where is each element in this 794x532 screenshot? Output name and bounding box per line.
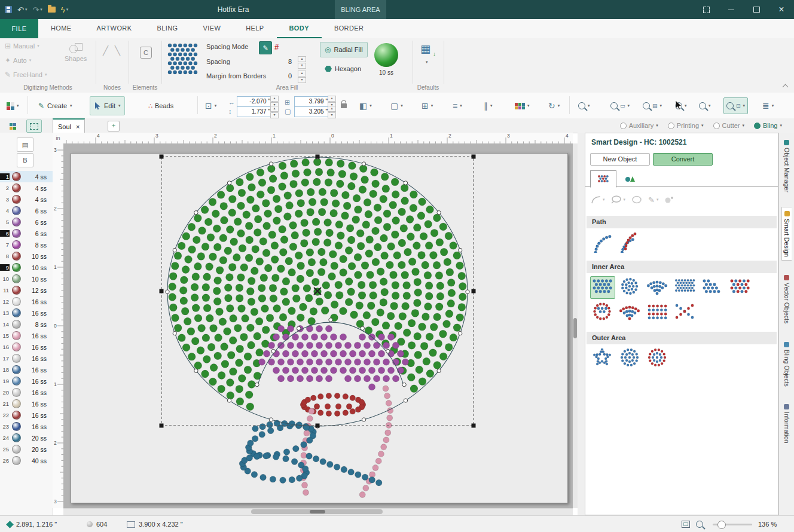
new-object-button[interactable]: New Object — [590, 153, 650, 166]
spacing-spinner[interactable]: ▴▾ — [298, 56, 306, 69]
pattern-colors-button[interactable]: ▾ — [4, 97, 22, 114]
bead-row-14[interactable]: 148 ss — [0, 319, 53, 330]
digitizing-freehand-button[interactable]: ✎FreeHand▾ — [5, 71, 47, 79]
inner-item-dense-grid-fill[interactable] — [673, 276, 698, 299]
open-button[interactable] — [48, 7, 56, 13]
y-position-spinner[interactable]: ▴▾ — [270, 106, 279, 118]
array-button[interactable]: ⊞▾ — [419, 97, 436, 114]
bead-row-15[interactable]: 1516 ss — [0, 330, 53, 341]
ribbon-tab-artwork[interactable]: ARTWORK — [84, 19, 145, 38]
zoom-slider-thumb[interactable] — [717, 521, 726, 529]
lock-aspect-button[interactable] — [341, 102, 347, 109]
bead-size-preview[interactable] — [374, 43, 398, 67]
ribbon-tab-border[interactable]: BORDER — [322, 19, 376, 38]
scene-objects-button[interactable] — [5, 120, 20, 133]
inner-item-contour-fill[interactable] — [618, 276, 643, 299]
loop-tool-button[interactable] — [631, 195, 642, 204]
outer-item-two-color-concentric-outline[interactable] — [645, 347, 670, 370]
spacing-mode-edit-button[interactable]: ✎ — [259, 41, 272, 54]
inner-item-partial-grid-fill[interactable] — [700, 276, 725, 299]
spacing-count-button[interactable]: # — [274, 42, 279, 51]
bead-row-24[interactable]: 2420 ss — [0, 432, 53, 444]
bead-row-23[interactable]: 2316 ss — [0, 421, 53, 432]
context-group-tab[interactable]: BLING AREA — [335, 0, 386, 19]
spacing-value[interactable]: 8 — [279, 58, 292, 65]
height-field[interactable]: 3.205 " — [294, 106, 330, 117]
maximize-button[interactable] — [744, 0, 769, 19]
bead-row-17[interactable]: 1716 ss — [0, 353, 53, 364]
zoom-objects-button[interactable]: ▾ — [696, 97, 714, 114]
outer-item-contour-outline[interactable] — [590, 347, 615, 370]
side-tab-vector-objects[interactable]: Vector Objects — [782, 271, 792, 327]
inner-item-border-grid-fill[interactable] — [590, 301, 615, 324]
view-toggle-auxiliary[interactable]: Auxiliary▾ — [620, 122, 658, 129]
shapes-button[interactable]: Shapes — [65, 43, 87, 62]
bead-row-5[interactable]: 56 ss — [0, 216, 53, 228]
bead-row-9[interactable]: 910 ss — [0, 262, 53, 273]
ribbon-tab-help[interactable]: HELP — [233, 19, 276, 38]
hexagon-toggle[interactable]: Hexagon — [320, 61, 366, 77]
bead-row-2[interactable]: 24 ss — [0, 182, 53, 194]
tab-shapes[interactable] — [618, 170, 643, 186]
inner-item-two-color-fan-fill[interactable] — [618, 301, 643, 324]
new-document-button[interactable]: + — [108, 121, 120, 132]
lasso-tool-button[interactable]: ▾ — [611, 195, 626, 204]
zoom-region-button[interactable]: ▭▾ — [607, 97, 633, 114]
side-tab-information[interactable]: Information — [782, 400, 792, 447]
margin-value[interactable]: 0 — [279, 72, 292, 80]
zoom-selection-button[interactable]: ⊡▾ — [723, 97, 748, 114]
distribute-button[interactable]: ∥▾ — [481, 97, 496, 114]
digitizing-manual-button[interactable]: ⊞Manual▾ — [5, 42, 39, 50]
redo-button[interactable]: ↷▾ — [32, 5, 42, 14]
radial-fill-toggle[interactable]: ◎ Radial Fill — [320, 42, 368, 57]
align-button[interactable]: ≡▾ — [450, 97, 465, 114]
run-button[interactable]: ϟ▾ — [61, 5, 68, 14]
margin-spinner[interactable]: ▴▾ — [298, 71, 306, 83]
path-item-single-curve[interactable] — [590, 231, 615, 254]
x-position-field[interactable]: -2.070 " — [237, 96, 273, 107]
bead-row-16[interactable]: 1616 ss — [0, 341, 53, 353]
view-toggle-printing[interactable]: Printing▾ — [668, 122, 704, 129]
bead-row-4[interactable]: 46 ss — [0, 205, 53, 216]
side-tab-object-manager[interactable]: Object Manager — [782, 136, 792, 196]
height-spinner[interactable]: ▴▾ — [328, 106, 336, 118]
file-tab[interactable]: FILE — [0, 19, 38, 38]
fit-view-button[interactable] — [682, 516, 690, 532]
collapse-ribbon-icon[interactable] — [783, 84, 789, 90]
inner-item-two-color-rows-fill[interactable] — [645, 301, 670, 324]
bead-row-7[interactable]: 78 ss — [0, 239, 53, 250]
inner-item-two-color-grid-fill[interactable] — [728, 276, 753, 299]
view-toggle-bling[interactable]: Bling▾ — [754, 122, 782, 129]
view-toggle-cutter[interactable]: Cutter▾ — [713, 122, 744, 129]
view-options-button[interactable]: ≣▾ — [759, 97, 777, 114]
inner-item-two-color-cross-fill[interactable] — [673, 301, 698, 324]
close-document-icon[interactable]: × — [76, 123, 80, 130]
ribbon-tab-home[interactable]: HOME — [38, 19, 84, 38]
transform-mode-button[interactable]: ⊡▾ — [202, 97, 219, 114]
digitizing-auto-button[interactable]: ✦Auto▾ — [5, 56, 31, 65]
palette-b-button[interactable]: B — [17, 153, 33, 167]
selection-mode-button[interactable] — [26, 120, 42, 133]
zoom-button[interactable]: ▾ — [575, 97, 593, 114]
zoom-page-button[interactable]: ▤▾ — [640, 97, 665, 114]
beads-button[interactable]: ∴ Beads — [143, 96, 178, 115]
outline-style-button[interactable]: ▢▾ — [387, 97, 406, 114]
bead-row-12[interactable]: 1216 ss — [0, 296, 53, 307]
ribbon-tab-body[interactable]: BODY — [277, 19, 322, 38]
defaults-caret-icon[interactable]: ▾ — [426, 60, 428, 65]
bead-row-18[interactable]: 1816 ss — [0, 364, 53, 375]
bead-row-20[interactable]: 2016 ss — [0, 387, 53, 398]
document-tab[interactable]: Soul × — [53, 118, 85, 134]
node-line-icon[interactable]: ╱ — [103, 45, 108, 56]
bead-row-19[interactable]: 1916 ss — [0, 375, 53, 387]
bead-row-26[interactable]: 2640 ss — [0, 455, 53, 466]
vertical-scrollbar-thumb[interactable] — [573, 318, 577, 338]
width-field[interactable]: 3.799 " — [294, 96, 330, 107]
arc-tool-button[interactable]: ▾ — [591, 195, 605, 204]
close-button[interactable]: × — [769, 0, 794, 19]
canvas-viewport[interactable] — [63, 143, 573, 508]
undo-button[interactable]: ↶▾ — [17, 5, 27, 14]
node-curve-icon[interactable]: ╲ — [115, 45, 120, 56]
bead-row-3[interactable]: 34 ss — [0, 194, 53, 205]
bead-row-10[interactable]: 1010 ss — [0, 273, 53, 285]
